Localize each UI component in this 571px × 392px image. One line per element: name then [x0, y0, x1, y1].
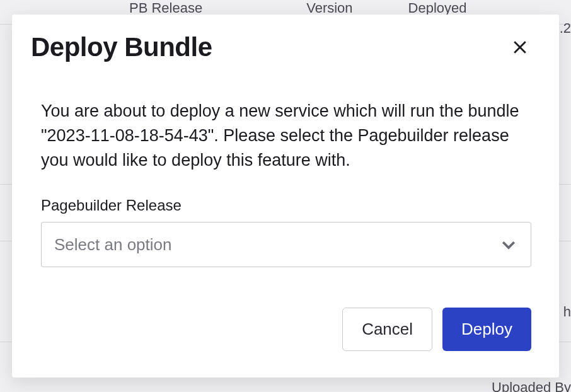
modal-body: You are about to deploy a new service wh…	[31, 99, 531, 267]
close-button[interactable]	[509, 36, 531, 59]
deploy-button[interactable]: Deploy	[442, 308, 531, 351]
modal-footer: Cancel Deploy	[31, 308, 531, 351]
select-placeholder: Select an option	[54, 235, 499, 255]
deploy-bundle-modal: Deploy Bundle You are about to deploy a …	[12, 14, 559, 378]
cancel-button[interactable]: Cancel	[342, 308, 432, 351]
chevron-down-icon	[499, 235, 518, 254]
modal-description: You are about to deploy a new service wh…	[41, 99, 531, 173]
release-select[interactable]: Select an option	[41, 222, 531, 267]
modal-header: Deploy Bundle	[31, 32, 531, 62]
modal-title: Deploy Bundle	[31, 32, 212, 62]
release-field-label: Pagebuilder Release	[41, 197, 531, 214]
modal-overlay: Deploy Bundle You are about to deploy a …	[0, 0, 571, 392]
close-icon	[510, 38, 529, 57]
